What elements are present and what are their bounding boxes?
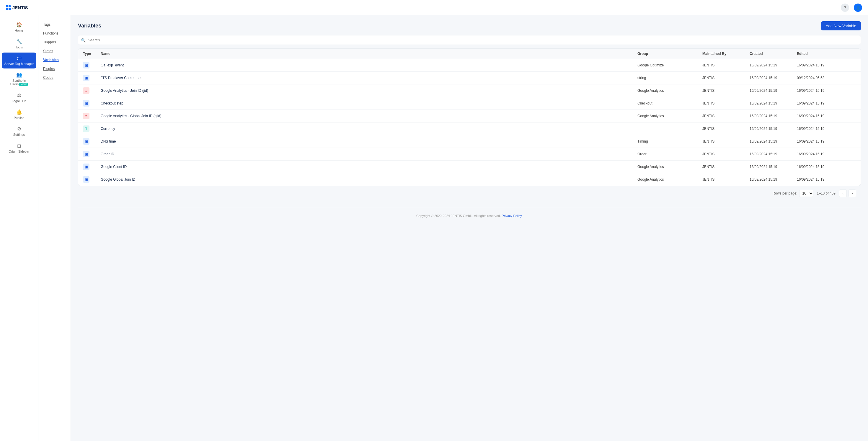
cell-created: 16/09/2024 15:19 <box>750 89 797 93</box>
row-actions-menu[interactable]: ⋮ <box>844 101 856 106</box>
table-row[interactable]: ▣ Google Global Join ID Google Analytics… <box>78 173 861 186</box>
sidebar-item-synthetic-users[interactable]: 👥 Synthetic UsersNEW <box>2 69 36 89</box>
footer: Copyright © 2020-2024 JENTIS GmbH. All r… <box>78 208 861 223</box>
cell-created: 16/09/2024 15:19 <box>750 76 797 80</box>
cell-group: string <box>638 76 702 80</box>
col-created: Created <box>750 52 797 56</box>
left-sidebar: 🏠 Home🔧 Tools🏷 Server Tag Manager👥 Synth… <box>0 15 38 441</box>
page-nav: ‹ › <box>839 190 856 197</box>
col-type: Type <box>83 52 101 56</box>
sub-nav-item-triggers[interactable]: Triggers <box>38 38 70 46</box>
table-row[interactable]: ≡ Google Analytics - Global Join ID (gji… <box>78 110 861 123</box>
type-icon-teal: T <box>83 125 89 132</box>
nav-label: Publish <box>13 116 24 120</box>
table-row[interactable]: ▣ DNS time Timing JENTIS 16/09/2024 15:1… <box>78 135 861 148</box>
cell-edited: 16/09/2024 15:19 <box>797 63 844 67</box>
cell-maintained-by: JENTIS <box>702 63 750 67</box>
cell-group: Google Analytics <box>638 89 702 93</box>
sub-nav-item-functions[interactable]: Functions <box>38 29 70 38</box>
row-actions-menu[interactable]: ⋮ <box>844 177 856 182</box>
sidebar-item-settings[interactable]: ⚙ Settings <box>2 123 36 139</box>
table-row[interactable]: ▣ Google Client ID Google Analytics JENT… <box>78 161 861 173</box>
table-row[interactable]: ▣ JTS Datalayer Commands string JENTIS 1… <box>78 72 861 85</box>
nav-label: Origin Sidebar <box>8 150 29 153</box>
sidebar-item-legal-hub[interactable]: ⚖ Legal Hub <box>2 89 36 106</box>
table-row[interactable]: T Currency JENTIS 16/09/2024 15:19 16/09… <box>78 123 861 135</box>
cell-edited: 16/09/2024 15:19 <box>797 89 844 93</box>
cell-created: 16/09/2024 15:19 <box>750 139 797 144</box>
type-icon-blue: ▣ <box>83 163 89 170</box>
type-icon-red: ≡ <box>83 113 89 119</box>
help-icon[interactable]: ? <box>841 4 849 12</box>
cell-name: Google Analytics - Global Join ID (gjid) <box>101 114 638 118</box>
cell-name: Currency <box>101 127 638 131</box>
sub-nav-item-tags[interactable]: Tags <box>38 20 70 29</box>
app-logo: JENTIS <box>6 5 28 10</box>
cell-edited: 16/09/2024 15:19 <box>797 114 844 118</box>
row-actions-menu[interactable]: ⋮ <box>844 75 856 81</box>
sidebar-item-home[interactable]: 🏠 Home <box>2 19 36 35</box>
row-actions-menu[interactable]: ⋮ <box>844 151 856 157</box>
cell-type: ▣ <box>83 138 101 145</box>
cell-edited: 16/09/2024 15:19 <box>797 127 844 131</box>
nav-label: Tools <box>16 45 23 49</box>
sidebar-item-origin-sidebar[interactable]: ◻ Origin Sidebar <box>2 140 36 156</box>
row-actions-menu[interactable]: ⋮ <box>844 63 856 68</box>
nav-label: Legal Hub <box>11 99 26 103</box>
cell-created: 16/09/2024 15:19 <box>750 114 797 118</box>
add-new-variable-button[interactable]: Add New Variable <box>821 21 861 30</box>
footer-text: Copyright © 2020-2024 JENTIS GmbH. All r… <box>416 214 501 218</box>
row-actions-menu[interactable]: ⋮ <box>844 164 856 170</box>
col-actions <box>844 52 856 56</box>
type-icon-blue: ▣ <box>83 100 89 106</box>
logo-grid-icon <box>6 5 11 10</box>
nav-label: Settings <box>13 133 25 136</box>
cell-name: JTS Datalayer Commands <box>101 76 638 80</box>
cell-name: Google Analytics - Join ID (jid) <box>101 89 638 93</box>
cell-name: DNS time <box>101 139 638 144</box>
cell-maintained-by: JENTIS <box>702 139 750 144</box>
prev-page-button[interactable]: ‹ <box>839 190 847 197</box>
sub-nav-item-codes[interactable]: Codes <box>38 73 70 82</box>
rows-per-page-select[interactable]: 10 25 50 <box>799 190 813 197</box>
cell-created: 16/09/2024 15:19 <box>750 178 797 182</box>
col-group: Group <box>638 52 702 56</box>
table-row[interactable]: ▣ Checkout step Checkout JENTIS 16/09/20… <box>78 97 861 110</box>
sub-nav-item-plugins[interactable]: Plugins <box>38 64 70 73</box>
row-actions-menu[interactable]: ⋮ <box>844 88 856 94</box>
user-avatar[interactable]: 👤 <box>854 4 862 12</box>
cell-type: ≡ <box>83 87 101 94</box>
next-page-button[interactable]: › <box>848 190 856 197</box>
type-icon-blue: ▣ <box>83 75 89 81</box>
table-row[interactable]: ▣ Ga_exp_event Google Optimize JENTIS 16… <box>78 59 861 72</box>
cell-edited: 16/09/2024 15:19 <box>797 178 844 182</box>
cell-group: Checkout <box>638 101 702 105</box>
cell-created: 16/09/2024 15:19 <box>750 101 797 105</box>
cell-maintained-by: JENTIS <box>702 152 750 156</box>
type-icon-blue: ▣ <box>83 62 89 68</box>
cell-maintained-by: JENTIS <box>702 114 750 118</box>
search-input[interactable] <box>78 35 861 45</box>
origin-sidebar-icon: ◻ <box>17 143 21 149</box>
row-actions-menu[interactable]: ⋮ <box>844 126 856 132</box>
col-name: Name <box>101 52 638 56</box>
row-actions-menu[interactable]: ⋮ <box>844 113 856 119</box>
cell-edited: 16/09/2024 15:19 <box>797 152 844 156</box>
cell-maintained-by: JENTIS <box>702 127 750 131</box>
sub-nav-item-states[interactable]: States <box>38 46 70 56</box>
cell-name: Checkout step <box>101 101 638 105</box>
sidebar-item-tools[interactable]: 🔧 Tools <box>2 36 36 52</box>
table-row[interactable]: ▣ Order ID Order JENTIS 16/09/2024 15:19… <box>78 148 861 161</box>
sidebar-item-publish[interactable]: 🔔 Publish <box>2 106 36 123</box>
cell-group: Google Analytics <box>638 178 702 182</box>
nav-label: Home <box>15 29 23 32</box>
sidebar-item-server-tag-manager[interactable]: 🏷 Server Tag Manager <box>2 53 36 68</box>
cell-edited: 09/12/2024 05:53 <box>797 76 844 80</box>
publish-icon: 🔔 <box>16 109 22 115</box>
col-maintained-by: Maintained By <box>702 52 750 56</box>
privacy-policy-link[interactable]: Privacy Policy. <box>502 214 523 218</box>
sub-nav-item-variables[interactable]: Variables <box>38 56 70 64</box>
table-row[interactable]: ≡ Google Analytics - Join ID (jid) Googl… <box>78 85 861 97</box>
row-actions-menu[interactable]: ⋮ <box>844 139 856 144</box>
type-icon-blue: ▣ <box>83 176 89 183</box>
